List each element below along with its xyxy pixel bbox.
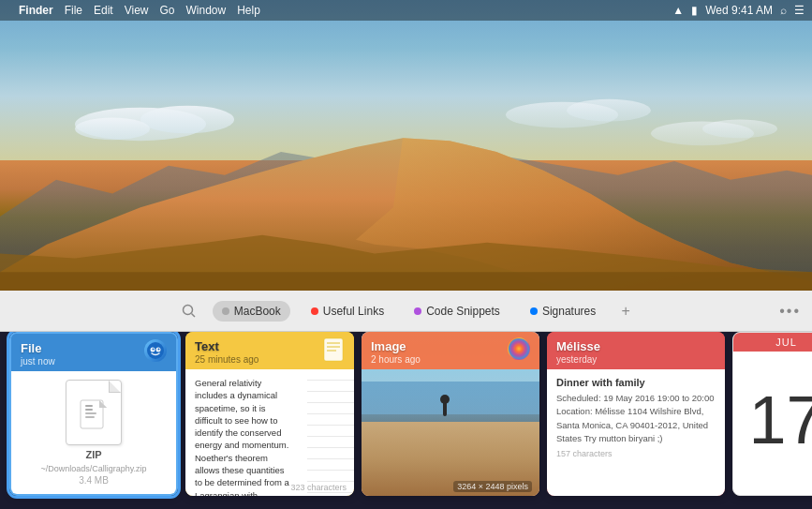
image-card-header: Image 2 hours ago [362, 332, 539, 369]
svg-rect-20 [85, 416, 95, 418]
text-card[interactable]: Text 25 minutes ago General relativity i… [185, 332, 354, 496]
file-size-label: 3.4 MB [79, 475, 109, 486]
calendar-day: 17 [733, 352, 812, 487]
tab-dot-signatures [530, 307, 538, 315]
text-card-body: General relativity includes a dynamical … [185, 369, 354, 496]
svg-point-9 [147, 342, 164, 359]
photo-icon-circle [508, 337, 530, 360]
finder-toolbar: MacBook Useful Links Code Snippets Signa… [0, 291, 812, 332]
svg-point-6 [702, 120, 777, 139]
menubar-left: Finder File Edit View Go Window Help [7, 4, 260, 17]
tab-signatures-label: Signatures [542, 305, 596, 318]
tab-dot-code [414, 307, 421, 315]
file-path-label: ~/Downloads/Calligraphy.zip [40, 464, 146, 473]
melisse-card-title: Mélisse [556, 339, 600, 353]
melisse-card[interactable]: Mélisse yesterday Dinner with family Sch… [547, 332, 725, 496]
zip-file-icon [66, 380, 122, 445]
window-menu-item[interactable]: Window [186, 4, 227, 17]
svg-point-12 [153, 349, 155, 351]
svg-point-13 [158, 349, 160, 351]
svg-line-8 [191, 313, 195, 317]
svg-point-2 [75, 118, 150, 141]
text-card-header: Text 25 minutes ago [185, 332, 354, 369]
desktop-wallpaper [0, 0, 812, 291]
text-card-title: Text [195, 339, 258, 353]
calendar-month: JUL [733, 333, 812, 352]
file-icon-container: ZIP ~/Downloads/Calligraphy.zip 3.4 MB [40, 379, 146, 487]
more-options-button[interactable]: ••• [779, 303, 801, 320]
file-card-header: File just now [11, 334, 176, 371]
svg-point-25 [509, 338, 529, 359]
svg-point-1 [140, 106, 234, 134]
tab-macbook[interactable]: MacBook [213, 301, 290, 322]
tab-code-snippets[interactable]: Code Snippets [405, 301, 509, 322]
add-tab-button[interactable]: + [616, 302, 635, 321]
tab-dot-macbook [222, 307, 229, 315]
tab-signatures[interactable]: Signatures [521, 301, 605, 322]
help-menu-item[interactable]: Help [237, 4, 260, 17]
melisse-card-header: Mélisse yesterday [547, 332, 725, 369]
search-menubar-icon[interactable]: ⌕ [780, 4, 787, 17]
file-card[interactable]: File just now [9, 332, 178, 496]
melisse-card-subtitle: yesterday [556, 354, 600, 365]
event-title: Dinner with family [556, 377, 716, 388]
text-card-subtitle: 25 minutes ago [195, 354, 258, 365]
file-card-body: ZIP ~/Downloads/Calligraphy.zip 3.4 MB [11, 371, 176, 494]
calendar-card[interactable]: JUL 17 [732, 332, 812, 496]
battery-icon: ▮ [691, 4, 698, 17]
file-menu-item[interactable]: File [65, 4, 82, 17]
finder-face-icon [144, 339, 167, 362]
image-card-subtitle: 2 hours ago [371, 354, 421, 365]
menubar-right: ▲ ▮ Wed 9:41 AM ⌕ ☰ [672, 4, 805, 17]
image-card-title: Image [371, 339, 421, 353]
tab-code-label: Code Snippets [426, 305, 500, 318]
cards-area: File just now [0, 332, 812, 509]
text-note-icon [322, 337, 348, 364]
svg-rect-21 [324, 338, 343, 361]
wifi-icon: ▲ [672, 4, 684, 17]
text-char-count: 323 characters [290, 483, 347, 492]
text-lines-decoration [307, 369, 354, 496]
svg-point-7 [183, 305, 192, 314]
melisse-char-count: 157 characters [556, 449, 716, 458]
svg-rect-17 [85, 405, 93, 407]
tab-useful-links[interactable]: Useful Links [302, 301, 393, 322]
photos-icon [508, 337, 534, 364]
dune-layer [0, 87, 812, 291]
view-menu-item[interactable]: View [125, 4, 149, 17]
event-detail: Scheduled: 19 May 2016 19:00 to 20:00 Lo… [556, 392, 716, 445]
file-card-subtitle: just now [21, 356, 55, 367]
svg-rect-18 [85, 409, 93, 411]
menubar: Finder File Edit View Go Window Help ▲ ▮… [0, 0, 812, 21]
image-dimensions: 3264 × 2448 pixels [453, 481, 532, 492]
image-card[interactable]: Image 2 hours ago [362, 332, 539, 496]
zip-type-label: ZIP [85, 449, 101, 460]
tab-useful-links-label: Useful Links [323, 305, 384, 318]
file-card-title: File [21, 341, 55, 355]
finder-menu-item[interactable]: Finder [19, 4, 53, 17]
finder-icon [144, 339, 170, 366]
svg-rect-19 [85, 412, 96, 414]
go-menu-item[interactable]: Go [160, 4, 175, 17]
melisse-card-body: Dinner with family Scheduled: 19 May 201… [547, 369, 725, 496]
notifications-icon[interactable]: ☰ [794, 4, 805, 17]
clock: Wed 9:41 AM [705, 4, 773, 17]
search-button[interactable] [177, 299, 201, 323]
svg-point-4 [567, 99, 651, 122]
edit-menu-item[interactable]: Edit [94, 4, 113, 17]
tab-dot-useful-links [311, 307, 318, 315]
tab-macbook-label: MacBook [234, 305, 281, 318]
